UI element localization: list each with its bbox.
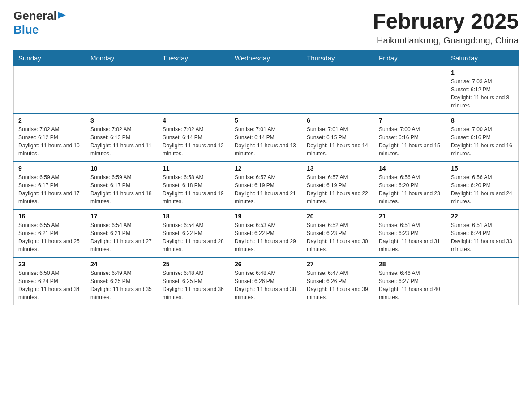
day-number: 20 (307, 213, 369, 220)
day-number: 4 (163, 117, 225, 124)
day-info: Sunrise: 7:00 AMSunset: 6:16 PMDaylight:… (451, 125, 514, 158)
day-number: 26 (235, 261, 297, 268)
day-number: 7 (379, 117, 442, 124)
day-info: Sunrise: 7:02 AMSunset: 6:14 PMDaylight:… (163, 125, 225, 158)
calendar-cell: 27Sunrise: 6:47 AMSunset: 6:26 PMDayligh… (302, 257, 374, 305)
calendar-cell: 26Sunrise: 6:48 AMSunset: 6:26 PMDayligh… (230, 257, 302, 305)
day-number: 6 (307, 117, 369, 124)
calendar-cell: 14Sunrise: 6:56 AMSunset: 6:20 PMDayligh… (374, 162, 446, 210)
day-info: Sunrise: 6:55 AMSunset: 6:21 PMDaylight:… (18, 221, 81, 253)
calendar-cell: 18Sunrise: 6:54 AMSunset: 6:22 PMDayligh… (158, 210, 230, 257)
calendar-cell: 15Sunrise: 6:56 AMSunset: 6:20 PMDayligh… (446, 162, 519, 210)
day-info: Sunrise: 6:46 AMSunset: 6:27 PMDaylight:… (379, 269, 442, 301)
logo: General Blue (13, 9, 66, 37)
column-header-sunday: Sunday (14, 51, 86, 66)
title-area: February 2025 Haikuotiankong, Guangdong,… (373, 9, 519, 46)
day-info: Sunrise: 6:57 AMSunset: 6:19 PMDaylight:… (307, 173, 369, 206)
day-info: Sunrise: 6:59 AMSunset: 6:17 PMDaylight:… (90, 173, 153, 206)
main-title: February 2025 (373, 9, 519, 34)
day-number: 5 (235, 117, 297, 124)
column-header-saturday: Saturday (446, 51, 519, 66)
day-number: 15 (451, 165, 514, 172)
day-number: 9 (18, 165, 81, 172)
calendar-cell: 21Sunrise: 6:51 AMSunset: 6:23 PMDayligh… (374, 210, 446, 257)
calendar-cell: 23Sunrise: 6:50 AMSunset: 6:24 PMDayligh… (14, 257, 86, 305)
calendar-cell: 28Sunrise: 6:46 AMSunset: 6:27 PMDayligh… (374, 257, 446, 305)
day-number: 11 (163, 165, 225, 172)
day-number: 3 (90, 117, 153, 124)
day-number: 23 (18, 261, 81, 268)
day-number: 24 (90, 261, 153, 268)
calendar-cell: 19Sunrise: 6:53 AMSunset: 6:22 PMDayligh… (230, 210, 302, 257)
day-info: Sunrise: 6:49 AMSunset: 6:25 PMDaylight:… (90, 269, 153, 301)
column-header-friday: Friday (374, 51, 446, 66)
calendar-cell (86, 66, 158, 114)
day-info: Sunrise: 6:54 AMSunset: 6:21 PMDaylight:… (90, 221, 153, 253)
calendar-cell (158, 66, 230, 114)
calendar-cell: 10Sunrise: 6:59 AMSunset: 6:17 PMDayligh… (86, 162, 158, 210)
calendar-cell: 25Sunrise: 6:48 AMSunset: 6:25 PMDayligh… (158, 257, 230, 305)
week-row-1: 1Sunrise: 7:03 AMSunset: 6:12 PMDaylight… (14, 66, 519, 114)
day-info: Sunrise: 6:57 AMSunset: 6:19 PMDaylight:… (235, 173, 297, 206)
logo-general-text: General (13, 9, 57, 23)
calendar-cell: 6Sunrise: 7:01 AMSunset: 6:15 PMDaylight… (302, 114, 374, 162)
calendar-cell: 20Sunrise: 6:52 AMSunset: 6:23 PMDayligh… (302, 210, 374, 257)
day-info: Sunrise: 6:58 AMSunset: 6:18 PMDaylight:… (163, 173, 225, 206)
day-info: Sunrise: 7:00 AMSunset: 6:16 PMDaylight:… (379, 125, 442, 158)
calendar-cell: 12Sunrise: 6:57 AMSunset: 6:19 PMDayligh… (230, 162, 302, 210)
day-info: Sunrise: 6:48 AMSunset: 6:26 PMDaylight:… (235, 269, 297, 301)
day-number: 19 (235, 213, 297, 220)
calendar-cell: 17Sunrise: 6:54 AMSunset: 6:21 PMDayligh… (86, 210, 158, 257)
calendar-header-row: SundayMondayTuesdayWednesdayThursdayFrid… (14, 51, 519, 66)
column-header-wednesday: Wednesday (230, 51, 302, 66)
calendar-cell: 11Sunrise: 6:58 AMSunset: 6:18 PMDayligh… (158, 162, 230, 210)
calendar-cell: 16Sunrise: 6:55 AMSunset: 6:21 PMDayligh… (14, 210, 86, 257)
day-info: Sunrise: 6:56 AMSunset: 6:20 PMDaylight:… (451, 173, 514, 206)
calendar-cell: 2Sunrise: 7:02 AMSunset: 6:12 PMDaylight… (14, 114, 86, 162)
day-number: 10 (90, 165, 153, 172)
calendar-cell: 1Sunrise: 7:03 AMSunset: 6:12 PMDaylight… (446, 66, 519, 114)
logo-blue-text: Blue (13, 23, 39, 37)
day-number: 12 (235, 165, 297, 172)
week-row-3: 9Sunrise: 6:59 AMSunset: 6:17 PMDaylight… (14, 162, 519, 210)
day-info: Sunrise: 6:51 AMSunset: 6:24 PMDaylight:… (451, 221, 514, 253)
day-info: Sunrise: 7:01 AMSunset: 6:14 PMDaylight:… (235, 125, 297, 158)
page-header: General Blue February 2025 Haikuotiankon… (13, 9, 519, 46)
week-row-5: 23Sunrise: 6:50 AMSunset: 6:24 PMDayligh… (14, 257, 519, 305)
calendar-cell (446, 257, 519, 305)
day-number: 21 (379, 213, 442, 220)
day-info: Sunrise: 7:02 AMSunset: 6:12 PMDaylight:… (18, 125, 81, 158)
calendar-cell: 13Sunrise: 6:57 AMSunset: 6:19 PMDayligh… (302, 162, 374, 210)
day-number: 8 (451, 117, 514, 124)
calendar-cell (374, 66, 446, 114)
calendar-cell: 3Sunrise: 7:02 AMSunset: 6:13 PMDaylight… (86, 114, 158, 162)
calendar-table: SundayMondayTuesdayWednesdayThursdayFrid… (13, 50, 519, 305)
day-info: Sunrise: 6:51 AMSunset: 6:23 PMDaylight:… (379, 221, 442, 253)
week-row-2: 2Sunrise: 7:02 AMSunset: 6:12 PMDaylight… (14, 114, 519, 162)
day-number: 28 (379, 261, 442, 268)
day-info: Sunrise: 6:52 AMSunset: 6:23 PMDaylight:… (307, 221, 369, 253)
day-number: 13 (307, 165, 369, 172)
day-info: Sunrise: 6:53 AMSunset: 6:22 PMDaylight:… (235, 221, 297, 253)
subtitle: Haikuotiankong, Guangdong, China (373, 35, 519, 46)
calendar-cell: 22Sunrise: 6:51 AMSunset: 6:24 PMDayligh… (446, 210, 519, 257)
day-info: Sunrise: 7:02 AMSunset: 6:13 PMDaylight:… (90, 125, 153, 158)
column-header-monday: Monday (86, 51, 158, 66)
calendar-cell (14, 66, 86, 114)
svg-marker-0 (58, 12, 66, 19)
day-number: 22 (451, 213, 514, 220)
day-number: 17 (90, 213, 153, 220)
week-row-4: 16Sunrise: 6:55 AMSunset: 6:21 PMDayligh… (14, 210, 519, 257)
day-number: 27 (307, 261, 369, 268)
logo-flag-icon (58, 12, 66, 21)
column-header-tuesday: Tuesday (158, 51, 230, 66)
day-info: Sunrise: 6:59 AMSunset: 6:17 PMDaylight:… (18, 173, 81, 206)
calendar-cell: 5Sunrise: 7:01 AMSunset: 6:14 PMDaylight… (230, 114, 302, 162)
column-header-thursday: Thursday (302, 51, 374, 66)
day-info: Sunrise: 7:03 AMSunset: 6:12 PMDaylight:… (451, 77, 514, 110)
day-info: Sunrise: 6:54 AMSunset: 6:22 PMDaylight:… (163, 221, 225, 253)
day-number: 25 (163, 261, 225, 268)
calendar-cell (230, 66, 302, 114)
day-number: 1 (451, 69, 514, 76)
day-info: Sunrise: 6:56 AMSunset: 6:20 PMDaylight:… (379, 173, 442, 206)
